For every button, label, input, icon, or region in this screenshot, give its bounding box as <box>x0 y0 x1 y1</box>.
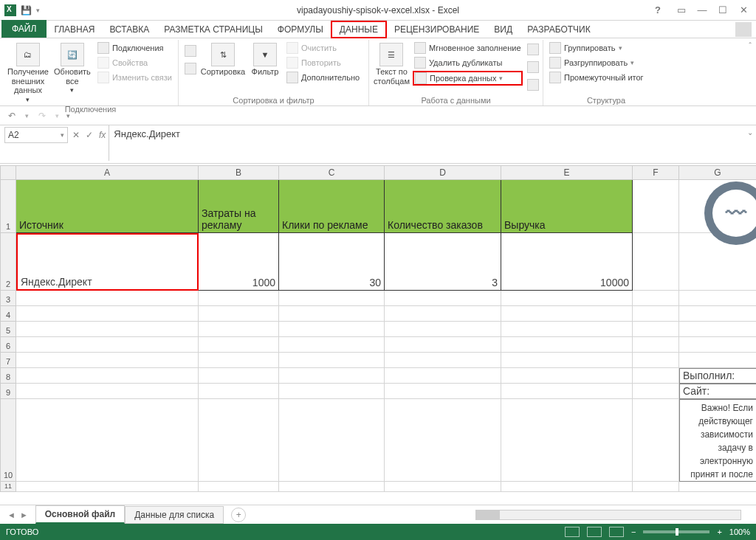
col-header-g[interactable]: G <box>679 165 756 180</box>
cell-g4[interactable] <box>679 306 756 322</box>
cell-c10[interactable] <box>279 399 385 482</box>
cell-c8[interactable] <box>279 368 385 384</box>
get-external-data-button[interactable]: 🗂 Получение внешних данных▾ <box>7 41 49 103</box>
zoom-out-button[interactable]: − <box>631 527 636 536</box>
cell-g10[interactable]: Важно! Если действующег зависимости зада… <box>679 399 756 482</box>
cell-f3[interactable] <box>633 291 679 306</box>
text-to-columns-button[interactable]: ☰ Текст по столбцам <box>374 41 410 86</box>
tab-home[interactable]: ГЛАВНАЯ <box>47 21 102 38</box>
cell-c9[interactable] <box>279 384 385 399</box>
tab-developer[interactable]: РАЗРАБОТЧИК <box>520 21 598 38</box>
view-normal-button[interactable] <box>565 527 580 537</box>
tab-view[interactable]: ВИД <box>487 21 520 38</box>
cell-b7[interactable] <box>199 353 279 368</box>
cell-f10[interactable] <box>633 399 679 482</box>
cell-b8[interactable] <box>199 368 279 384</box>
cell-a9[interactable] <box>16 384 199 399</box>
flash-fill-button[interactable]: Мгновенное заполнение <box>413 41 523 55</box>
cell-c4[interactable] <box>279 306 385 322</box>
col-header-c[interactable]: C <box>279 165 385 180</box>
view-page-layout-button[interactable] <box>587 527 602 537</box>
connections-button[interactable]: Подключения <box>96 41 173 55</box>
cell-b1[interactable]: Затраты на рекламу <box>199 180 279 233</box>
cell-d5[interactable] <box>385 322 501 337</box>
cell-d9[interactable] <box>385 384 501 399</box>
cell-d7[interactable] <box>385 353 501 368</box>
cell-d10[interactable] <box>385 399 501 482</box>
cell-g7[interactable] <box>679 353 756 368</box>
expand-formula-bar-icon[interactable]: ⌄ <box>747 128 753 136</box>
cell-c6[interactable] <box>279 337 385 353</box>
qat-save-icon[interactable]: 💾 <box>21 5 32 15</box>
row-header-6[interactable]: 6 <box>0 337 16 353</box>
close-icon[interactable]: ✕ <box>734 3 753 18</box>
row-header-4[interactable]: 4 <box>0 306 16 322</box>
cell-e1[interactable]: Выручка <box>501 180 633 233</box>
row-header-8[interactable]: 8 <box>0 368 16 384</box>
col-header-d[interactable]: D <box>385 165 501 180</box>
cell-a5[interactable] <box>16 322 199 337</box>
cell-d8[interactable] <box>385 368 501 384</box>
cell-f1[interactable] <box>633 180 679 233</box>
data-validation-button[interactable]: Проверка данных ▾ <box>413 71 523 86</box>
fx-icon[interactable]: fx <box>99 130 106 140</box>
cell-f2[interactable] <box>633 233 679 291</box>
cell-d1[interactable]: Количество заказов <box>385 180 501 233</box>
row-header-5[interactable]: 5 <box>0 322 16 337</box>
cell-b4[interactable] <box>199 306 279 322</box>
cell-b9[interactable] <box>199 384 279 399</box>
zoom-slider[interactable] <box>643 530 709 533</box>
cell-a3[interactable] <box>16 291 199 306</box>
add-sheet-button[interactable]: + <box>231 508 246 522</box>
cell-c5[interactable] <box>279 322 385 337</box>
formula-bar-input[interactable]: Яндекс.Директ ⌄ <box>109 125 756 161</box>
cell-b10[interactable] <box>199 399 279 482</box>
cell-f11[interactable] <box>633 482 679 492</box>
tab-file[interactable]: ФАЙЛ <box>1 20 47 38</box>
maximize-icon[interactable]: ☐ <box>713 3 732 18</box>
cell-e11[interactable] <box>501 482 633 492</box>
cell-d6[interactable] <box>385 337 501 353</box>
row-header-10[interactable]: 10 <box>0 399 16 482</box>
cell-c3[interactable] <box>279 291 385 306</box>
collapse-ribbon-icon[interactable]: ˆ <box>749 41 752 50</box>
cell-d11[interactable] <box>385 482 501 492</box>
subtotal-button[interactable]: Промежуточный итог <box>548 71 645 84</box>
cell-a1[interactable]: Источник <box>16 180 199 233</box>
cell-e2[interactable]: 10000 <box>501 233 633 291</box>
cell-c7[interactable] <box>279 353 385 368</box>
refresh-all-button[interactable]: 🔄 Обновить все▾ <box>52 41 93 94</box>
undo-button[interactable]: ↶ <box>6 110 18 122</box>
cell-e10[interactable] <box>501 399 633 482</box>
cell-b2[interactable]: 1000 <box>199 233 279 291</box>
tab-formulas[interactable]: ФОРМУЛЫ <box>270 21 331 38</box>
name-box[interactable]: A2▾ <box>4 127 68 143</box>
cell-a10[interactable] <box>16 399 199 482</box>
cell-a8[interactable] <box>16 368 199 384</box>
cell-b5[interactable] <box>199 322 279 337</box>
cell-f9[interactable] <box>633 384 679 399</box>
row-header-1[interactable]: 1 <box>0 180 16 233</box>
qat-dropdown-icon[interactable]: ▾ <box>36 7 40 14</box>
cell-f5[interactable] <box>633 322 679 337</box>
col-header-f[interactable]: F <box>633 165 679 180</box>
namebox-dropdown-icon[interactable]: ▾ <box>61 131 64 139</box>
whatif-button[interactable] <box>526 60 540 74</box>
cell-g6[interactable] <box>679 337 756 353</box>
group-button[interactable]: Группировать ▾ <box>548 41 645 55</box>
cell-f7[interactable] <box>633 353 679 368</box>
row-header-7[interactable]: 7 <box>0 353 16 368</box>
sort-button[interactable]: ⇅ Сортировка <box>201 41 245 77</box>
accept-formula-icon[interactable]: ✓ <box>86 130 93 140</box>
cancel-formula-icon[interactable]: ✕ <box>72 130 80 140</box>
cell-e4[interactable] <box>501 306 633 322</box>
cell-g11[interactable] <box>679 482 756 492</box>
tab-insert[interactable]: ВСТАВКА <box>102 21 157 38</box>
view-page-break-button[interactable] <box>609 527 624 537</box>
advanced-filter-button[interactable]: Дополнительно <box>285 71 361 84</box>
cell-e9[interactable] <box>501 384 633 399</box>
cell-a11[interactable] <box>16 482 199 492</box>
consolidate-button[interactable] <box>526 43 540 56</box>
cell-e7[interactable] <box>501 353 633 368</box>
cell-f8[interactable] <box>633 368 679 384</box>
